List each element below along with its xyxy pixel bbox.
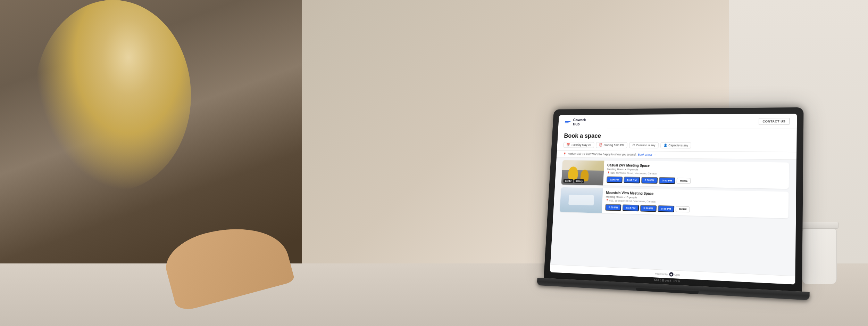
logo-line-2 <box>565 122 569 123</box>
time-slot-2-3[interactable]: 5:30 PM <box>640 205 657 212</box>
logo-area: Cowork Hub <box>565 118 586 126</box>
logo-cowork: Cowork <box>573 118 586 122</box>
filter-bar: 📅 Tuesday May 26 ⏰ Starting 5:00 PM ⏱ Du… <box>564 142 790 149</box>
calendar-icon: 📅 <box>566 143 570 146</box>
logo-text: Cowork Hub <box>573 118 586 126</box>
person-icon: 👤 <box>663 144 667 147</box>
optix-logo: ⬤ Optix <box>669 272 680 277</box>
time-slot-1-3[interactable]: 5:30 PM <box>641 177 658 184</box>
hourly-price: $10/hr <box>563 179 573 183</box>
duration-filter[interactable]: ⏱ Duration is any <box>629 142 659 148</box>
book-tour-link[interactable]: Book a tour → <box>638 153 656 156</box>
more-button-1[interactable]: MORE <box>677 178 691 184</box>
location-icon: 📍 <box>563 152 567 155</box>
listing-info-1: Casual 24/7 Meeting Space Meeting Room •… <box>603 161 789 189</box>
logo-line-1 <box>565 121 570 122</box>
hair-highlight <box>35 0 191 191</box>
listing-image-1: $10/hr $80/dy <box>561 160 604 185</box>
time-slot-1-2[interactable]: 5:15 PM <box>624 177 640 183</box>
time-slot-2-1[interactable]: 5:00 PM <box>605 204 621 211</box>
duration-clock-icon: ⏱ <box>632 144 635 147</box>
laptop-bezel: Cowork Hub CONTACT US Book a space 📅 Tue… <box>544 107 804 292</box>
listings-area: $10/hr $80/dy Casual 24/7 Meeting Space … <box>550 157 796 276</box>
location-text: Rather visit us first? We'd be happy to … <box>568 152 636 156</box>
laptop-screen[interactable]: Cowork Hub CONTACT US Book a space 📅 Tue… <box>550 114 797 285</box>
time-filter-label: Starting 5:00 PM <box>603 144 624 147</box>
duration-filter-label: Duration is any <box>636 144 656 147</box>
capacity-filter-label: Capacity is any <box>668 144 688 147</box>
optix-icon: ⬤ <box>669 272 673 277</box>
time-slot-2-4[interactable]: 5:45 PM <box>658 205 674 212</box>
time-filter[interactable]: ⏰ Starting 5:00 PM <box>596 142 627 148</box>
address-pin-icon: 📍 <box>607 171 610 174</box>
time-slot-2-2[interactable]: 5:15 PM <box>623 204 639 211</box>
room-photo-2 <box>560 187 603 213</box>
web-app: Cowork Hub CONTACT US Book a space 📅 Tue… <box>550 114 797 285</box>
listing-card-1: $10/hr $80/dy Casual 24/7 Meeting Space … <box>561 160 789 189</box>
page-title-area: Book a space 📅 Tuesday May 26 ⏰ Starting… <box>557 129 797 152</box>
listing-image-2 <box>560 187 603 213</box>
logo-lines-icon <box>565 121 571 123</box>
more-button-2[interactable]: MORE <box>676 206 690 212</box>
time-slot-1-1[interactable]: 5:00 PM <box>607 176 623 183</box>
macbook-label: MacBook Pro <box>654 278 681 283</box>
contact-us-button[interactable]: CONTACT US <box>759 118 790 125</box>
time-slot-1-4[interactable]: 5:45 PM <box>659 177 675 184</box>
logo-hub: Hub <box>573 122 586 126</box>
date-filter-label: Tuesday May 26 <box>571 143 591 147</box>
date-filter[interactable]: 📅 Tuesday May 26 <box>564 142 594 148</box>
yellow-chair-1 <box>568 166 578 180</box>
laptop: Cowork Hub CONTACT US Book a space 📅 Tue… <box>543 107 811 300</box>
optix-brand: Optix <box>674 273 680 276</box>
listing-info-2: Mountain View Meeting Space Meeting Room… <box>602 188 789 218</box>
address-pin-icon-2: 📍 <box>606 199 609 202</box>
powered-by-text: Powered by <box>655 272 668 276</box>
price-tags-1: $10/hr $80/dy <box>563 179 584 183</box>
app-header: Cowork Hub CONTACT US <box>558 114 797 129</box>
daily-price: $80/dy <box>574 179 584 183</box>
listing-card-2: Mountain View Meeting Space Meeting Room… <box>560 187 789 219</box>
time-slots-1: 5:00 PM 5:15 PM 5:30 PM 5:45 PM MORE <box>607 176 785 186</box>
clock-icon: ⏰ <box>599 144 602 147</box>
page-title: Book a space <box>564 132 790 140</box>
capacity-filter[interactable]: 👤 Capacity is any <box>660 142 691 148</box>
